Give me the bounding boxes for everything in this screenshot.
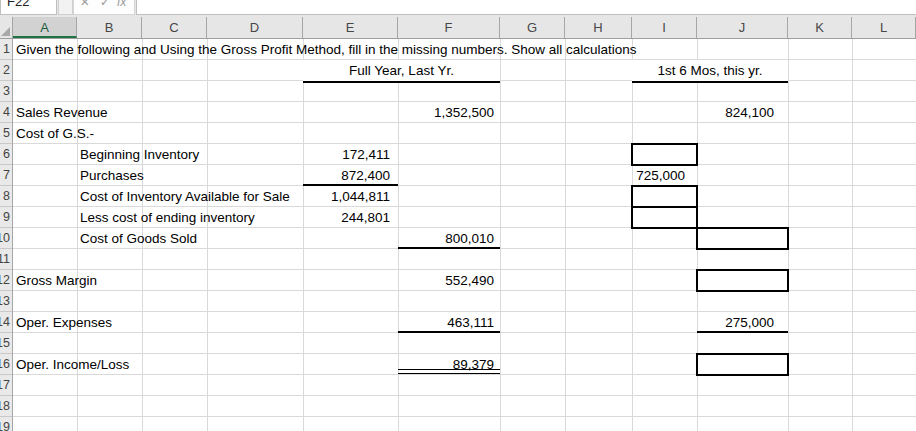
- cell-f10-bottom-border: [398, 247, 500, 249]
- formula-bar-strip: F22 ✕ ✓ fx: [0, 0, 916, 17]
- cell-b8-cost-available-label[interactable]: Cost of Inventory Available for Sale: [77, 186, 327, 207]
- column-header-k[interactable]: K: [788, 17, 852, 38]
- cell-j14-bottom-border: [697, 331, 788, 333]
- cell-j10-input-box[interactable]: [696, 227, 789, 250]
- column-header-d[interactable]: D: [207, 17, 303, 38]
- cell-j4-sales-revenue-6mos[interactable]: 824,100: [697, 102, 788, 123]
- column-header-b[interactable]: B: [77, 17, 142, 38]
- row-header-7[interactable]: 7: [0, 165, 12, 186]
- row-header-5[interactable]: 5: [0, 123, 12, 144]
- v-gridline: [500, 39, 501, 431]
- column-header-f[interactable]: F: [398, 17, 500, 38]
- formula-input[interactable]: [136, 0, 916, 15]
- cell-e7-bottom-border: [303, 184, 398, 186]
- name-box-dropdown[interactable]: [58, 0, 73, 15]
- column-header-e[interactable]: E: [303, 17, 398, 38]
- row-header-14[interactable]: 14: [0, 312, 12, 333]
- cell-a5-cost-of-gs-label[interactable]: Cost of G.S.-: [13, 123, 213, 144]
- v-gridline: [565, 39, 566, 431]
- column-header-c[interactable]: C: [142, 17, 207, 38]
- row-header-9[interactable]: 9: [0, 207, 12, 228]
- six-months-header-cell[interactable]: 1st 6 Mos, this yr.: [632, 60, 788, 83]
- cell-b6-beginning-inventory-label[interactable]: Beginning Inventory: [77, 144, 303, 165]
- cell-j14-oper-expenses-6mos-value[interactable]: 275,000: [697, 312, 788, 333]
- row-header-6[interactable]: 6: [0, 144, 12, 165]
- cell-a12-gross-margin-label[interactable]: Gross Margin: [13, 270, 213, 291]
- row-header-1[interactable]: 1: [0, 39, 12, 60]
- name-box[interactable]: F22: [0, 0, 57, 15]
- formula-buttons: ✕ ✓ fx: [73, 0, 135, 15]
- cell-j12-input-box[interactable]: [696, 269, 789, 292]
- row-headers: 1 2 3 4 5 6 7 8 9 10 11 12 13 14 15 16 1…: [0, 39, 13, 431]
- cell-i7-purchases-6mos-value[interactable]: 725,000: [632, 165, 697, 186]
- row-header-12[interactable]: 12: [0, 270, 12, 291]
- spreadsheet-app: F22 ✕ ✓ fx A B C D E F G H I J K L 1 2 3…: [0, 0, 916, 431]
- row-header-8[interactable]: 8: [0, 186, 12, 207]
- v-gridline: [632, 39, 633, 431]
- cell-j16-input-box[interactable]: [696, 353, 789, 376]
- cell-a16-oper-income-label[interactable]: Oper. Income/Loss: [13, 354, 213, 375]
- cancel-icon[interactable]: ✕: [80, 0, 90, 9]
- cell-f4-sales-revenue-full-year[interactable]: 1,352,500: [398, 102, 500, 123]
- row-header-4[interactable]: 4: [0, 102, 12, 123]
- cell-i6-input-box[interactable]: [631, 143, 698, 166]
- select-all-triangle-icon: [1, 27, 10, 36]
- column-header-l[interactable]: L: [852, 17, 916, 38]
- cell-f10-cogs-value[interactable]: 800,010: [398, 228, 500, 249]
- row-header-19[interactable]: 19: [0, 417, 12, 431]
- cell-b7-purchases-label[interactable]: Purchases: [77, 165, 303, 186]
- column-header-j[interactable]: J: [697, 17, 788, 38]
- cell-i8-input-box[interactable]: [631, 185, 698, 208]
- fx-icon[interactable]: fx: [117, 0, 126, 9]
- column-header-a[interactable]: A: [13, 17, 77, 38]
- cell-i9-input-box[interactable]: [631, 206, 698, 229]
- row-header-18[interactable]: 18: [0, 396, 12, 417]
- full-year-header-cell[interactable]: Full Year, Last Yr.: [303, 60, 500, 83]
- cell-b9-less-ending-inventory-label[interactable]: Less cost of ending inventory: [77, 207, 327, 228]
- cell-f14-oper-expenses-value[interactable]: 463,111: [398, 312, 500, 333]
- cell-f12-gross-margin-value[interactable]: 552,490: [398, 270, 500, 291]
- cell-e9-less-ending-inventory-value[interactable]: 244,801: [303, 207, 398, 228]
- enter-icon[interactable]: ✓: [100, 0, 110, 9]
- v-gridline: [303, 39, 304, 431]
- select-all-corner[interactable]: [0, 17, 13, 38]
- row-header-10[interactable]: 10: [0, 228, 12, 249]
- column-header-g[interactable]: G: [500, 17, 565, 38]
- cell-e6-beginning-inventory-value[interactable]: 172,411: [303, 144, 398, 165]
- row-header-2[interactable]: 2: [0, 60, 12, 81]
- row-header-13[interactable]: 13: [0, 291, 12, 312]
- column-header-i[interactable]: I: [632, 17, 697, 38]
- row-header-11[interactable]: 11: [0, 249, 12, 270]
- cell-e8-cost-available-value[interactable]: 1,044,811: [303, 186, 398, 207]
- cell-a4-sales-revenue-label[interactable]: Sales Revenue: [13, 102, 213, 123]
- cell-f16-double-bottom-border: [398, 369, 500, 374]
- cell-f14-bottom-border: [398, 331, 500, 333]
- v-gridline: [852, 39, 853, 431]
- cell-e7-purchases-value[interactable]: 872,400: [303, 165, 398, 186]
- column-headers: A B C D E F G H I J K L: [0, 17, 916, 39]
- cell-a1-title[interactable]: Given the following and Using the Gross …: [13, 39, 833, 60]
- row-header-15[interactable]: 15: [0, 333, 12, 354]
- column-header-h[interactable]: H: [565, 17, 632, 38]
- cell-a14-oper-expenses-label[interactable]: Oper. Expenses: [13, 312, 213, 333]
- name-box-value: F22: [7, 0, 29, 9]
- cell-b10-cogs-label[interactable]: Cost of Goods Sold: [77, 228, 303, 249]
- row-header-17[interactable]: 17: [0, 375, 12, 396]
- row-header-3[interactable]: 3: [0, 81, 12, 102]
- row-header-16[interactable]: 16: [0, 354, 12, 375]
